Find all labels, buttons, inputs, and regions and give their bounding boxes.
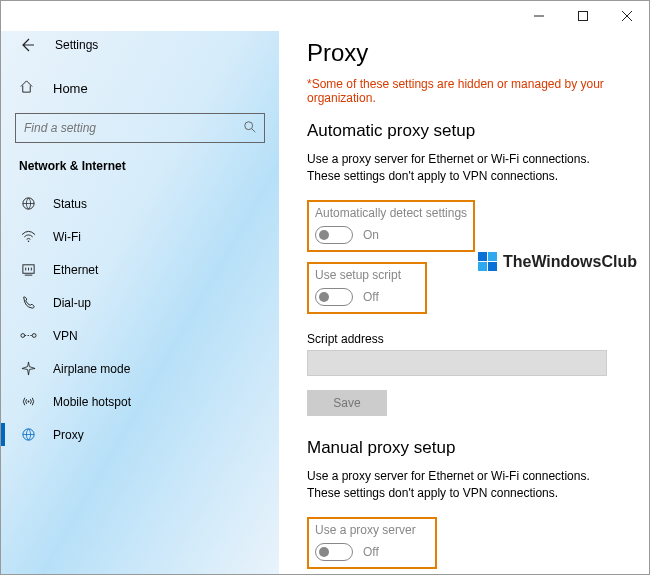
script-address-input[interactable] bbox=[307, 350, 607, 376]
svg-point-12 bbox=[27, 401, 29, 403]
svg-rect-16 bbox=[478, 262, 487, 271]
highlight-setup-script: Use setup script Off bbox=[307, 262, 427, 314]
back-button[interactable] bbox=[17, 35, 37, 55]
content-pane: Proxy *Some of these settings are hidden… bbox=[279, 31, 649, 574]
section-heading-auto: Automatic proxy setup bbox=[307, 121, 621, 141]
sidebar-item-ethernet[interactable]: Ethernet bbox=[1, 253, 279, 286]
sidebar-item-label: Proxy bbox=[53, 428, 84, 442]
toggle-use-proxy[interactable] bbox=[315, 543, 353, 561]
phone-icon bbox=[19, 295, 37, 310]
sidebar-item-status[interactable]: Status bbox=[1, 187, 279, 220]
minimize-button[interactable] bbox=[517, 1, 561, 31]
toggle-setup-script[interactable] bbox=[315, 288, 353, 306]
svg-point-4 bbox=[245, 122, 253, 130]
vpn-icon bbox=[19, 328, 37, 343]
sidebar-item-label: VPN bbox=[53, 329, 78, 343]
sidebar-item-label: Ethernet bbox=[53, 263, 98, 277]
titlebar bbox=[1, 1, 649, 31]
sidebar-item-label: Dial-up bbox=[53, 296, 91, 310]
toggle-state-setup-script: Off bbox=[363, 290, 379, 304]
watermark: TheWindowsClub bbox=[477, 251, 637, 273]
sidebar-item-label: Mobile hotspot bbox=[53, 395, 131, 409]
field-label-script-address: Script address bbox=[307, 332, 621, 346]
toggle-auto-detect[interactable] bbox=[315, 226, 353, 244]
sidebar-item-label: Airplane mode bbox=[53, 362, 130, 376]
sidebar: Settings Home Network & Internet Status … bbox=[1, 31, 279, 574]
svg-point-9 bbox=[20, 334, 24, 338]
ethernet-icon bbox=[19, 262, 37, 277]
close-button[interactable] bbox=[605, 1, 649, 31]
svg-rect-17 bbox=[488, 262, 497, 271]
section-desc-manual: Use a proxy server for Ethernet or Wi-Fi… bbox=[307, 468, 621, 503]
sidebar-item-label: Home bbox=[53, 81, 88, 96]
org-warning: *Some of these settings are hidden or ma… bbox=[307, 77, 621, 105]
svg-point-10 bbox=[32, 334, 36, 338]
save-button[interactable]: Save bbox=[307, 390, 387, 416]
hotspot-icon bbox=[19, 394, 37, 409]
toggle-label-use-proxy: Use a proxy server bbox=[315, 523, 429, 537]
sidebar-category-header: Network & Internet bbox=[1, 157, 279, 187]
maximize-button[interactable] bbox=[561, 1, 605, 31]
svg-rect-15 bbox=[488, 252, 497, 261]
page-title: Proxy bbox=[307, 39, 621, 67]
sidebar-item-hotspot[interactable]: Mobile hotspot bbox=[1, 385, 279, 418]
sidebar-item-wifi[interactable]: Wi-Fi bbox=[1, 220, 279, 253]
section-heading-manual: Manual proxy setup bbox=[307, 438, 621, 458]
highlight-auto-detect: Automatically detect settings On bbox=[307, 200, 475, 252]
toggle-state-use-proxy: Off bbox=[363, 545, 379, 559]
svg-line-5 bbox=[252, 129, 256, 133]
section-desc-auto: Use a proxy server for Ethernet or Wi-Fi… bbox=[307, 151, 621, 186]
sidebar-item-dialup[interactable]: Dial-up bbox=[1, 286, 279, 319]
sidebar-item-airplane[interactable]: Airplane mode bbox=[1, 352, 279, 385]
toggle-state-auto-detect: On bbox=[363, 228, 379, 242]
sidebar-item-label: Wi-Fi bbox=[53, 230, 81, 244]
sidebar-item-vpn[interactable]: VPN bbox=[1, 319, 279, 352]
svg-rect-1 bbox=[579, 12, 588, 21]
app-title: Settings bbox=[55, 38, 98, 52]
airplane-icon bbox=[19, 361, 37, 376]
highlight-use-proxy: Use a proxy server Off bbox=[307, 517, 437, 569]
sidebar-item-label: Status bbox=[53, 197, 87, 211]
sidebar-item-proxy[interactable]: Proxy bbox=[1, 418, 279, 451]
sidebar-item-home[interactable]: Home bbox=[1, 69, 279, 107]
svg-point-7 bbox=[27, 240, 29, 242]
search-input[interactable] bbox=[15, 113, 265, 143]
proxy-icon bbox=[19, 427, 37, 442]
svg-rect-14 bbox=[478, 252, 487, 261]
home-icon bbox=[19, 79, 37, 97]
status-icon bbox=[19, 196, 37, 211]
toggle-label-auto-detect: Automatically detect settings bbox=[315, 206, 467, 220]
wifi-icon bbox=[19, 229, 37, 244]
search-icon bbox=[243, 120, 257, 137]
toggle-label-setup-script: Use setup script bbox=[315, 268, 419, 282]
